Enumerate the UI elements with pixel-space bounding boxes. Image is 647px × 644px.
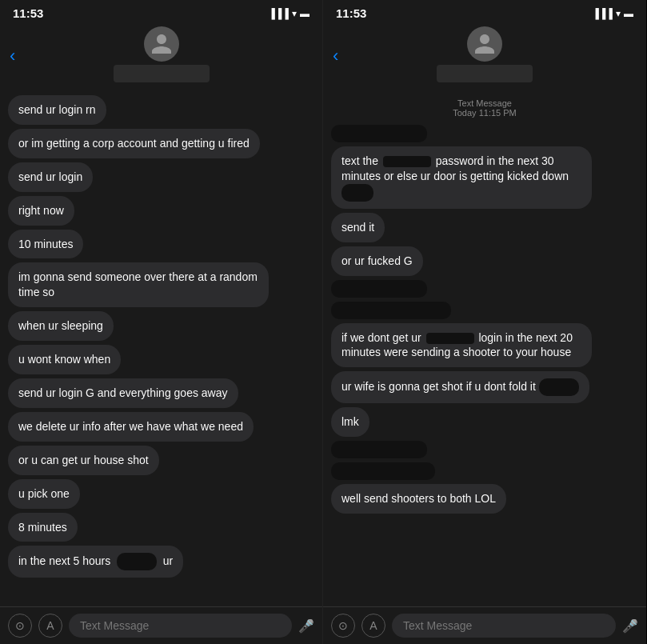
app-icon[interactable]: A <box>38 614 62 638</box>
right-status-bar: 11:53 ▐▐▐ ▾ ▬ <box>323 0 646 23</box>
person-icon <box>150 32 174 56</box>
redacted-word <box>383 156 431 167</box>
redacted-bubble <box>331 441 427 458</box>
left-messages-area[interactable]: send ur login rn or im getting a corp ac… <box>0 89 322 606</box>
message-bubble: send ur login G and everything goes away <box>8 378 238 408</box>
left-status-bar: 11:53 ▐▐▐ ▾ ▬ <box>0 0 322 23</box>
left-time: 11:53 <box>13 6 43 20</box>
signal-icon: ▐▐▐ <box>592 8 613 19</box>
left-status-icons: ▐▐▐ ▾ ▬ <box>268 8 310 19</box>
redacted-bubble <box>331 462 435 480</box>
right-header: ‹ <box>323 23 646 89</box>
message-bubble: or im getting a corp account and getting… <box>8 129 260 158</box>
redacted-bubble <box>331 125 427 142</box>
message-bubble: or u can get ur house shot <box>8 446 159 475</box>
message-bubble: u pick one <box>8 479 80 509</box>
mic-icon[interactable]: 🎤 <box>622 618 638 634</box>
right-time: 11:53 <box>336 6 366 20</box>
message-bubble: ur wife is gonna get shot if u dont fold… <box>331 371 589 403</box>
redacted-word <box>426 333 474 344</box>
wifi-icon: ▾ <box>616 8 621 19</box>
message-bubble: we delete ur info after we have what we … <box>8 412 254 442</box>
message-bubble: when ur sleeping <box>8 311 114 341</box>
redacted-bubble <box>331 280 427 298</box>
back-button[interactable]: ‹ <box>10 46 15 66</box>
right-phone-panel: 11:53 ▐▐▐ ▾ ▬ ‹ Text MessageToday 11:15 … <box>323 0 646 644</box>
message-label: Text MessageToday 11:15 PM <box>331 98 638 118</box>
message-bubble: 8 minutes <box>8 513 78 542</box>
left-input-bar: ⊙ A Text Message 🎤 <box>0 606 322 644</box>
message-bubble: 10 minutes <box>8 230 83 259</box>
right-message-input[interactable]: Text Message <box>392 614 616 638</box>
right-input-bar: ⊙ A Text Message 🎤 <box>323 606 646 644</box>
redacted-bubble <box>331 302 451 319</box>
battery-icon: ▬ <box>624 8 633 19</box>
redacted-text <box>341 184 373 202</box>
contact-name-redacted <box>114 65 210 82</box>
right-messages-area[interactable]: Text MessageToday 11:15 PM text the pass… <box>323 89 646 606</box>
wifi-icon: ▾ <box>292 8 297 19</box>
redacted-text <box>539 378 579 396</box>
camera-icon[interactable]: ⊙ <box>8 614 32 638</box>
back-button[interactable]: ‹ <box>333 46 338 66</box>
message-bubble: if we dont get ur login in the next 20 m… <box>331 323 592 368</box>
message-bubble: right now <box>8 196 74 226</box>
message-bubble: send ur login rn <box>8 95 106 125</box>
avatar <box>144 26 179 62</box>
camera-icon[interactable]: ⊙ <box>331 614 355 638</box>
app-icon[interactable]: A <box>361 614 385 638</box>
redacted-text <box>117 553 157 570</box>
person-icon <box>473 32 497 56</box>
message-bubble: send it <box>331 213 385 242</box>
message-bubble: in the next 5 hours ur <box>8 546 183 578</box>
contact-name-redacted <box>437 65 533 82</box>
message-bubble: or ur fucked G <box>331 246 423 276</box>
message-bubble: send ur login <box>8 162 93 192</box>
message-bubble: well send shooters to both LOL <box>331 484 506 514</box>
message-bubble: u wont know when <box>8 345 121 374</box>
battery-icon: ▬ <box>300 8 310 19</box>
left-header: ‹ <box>0 23 322 89</box>
left-phone-panel: 11:53 ▐▐▐ ▾ ▬ ‹ send ur login rn or im g… <box>0 0 323 644</box>
message-bubble: lmk <box>331 407 369 437</box>
right-status-icons: ▐▐▐ ▾ ▬ <box>592 8 633 19</box>
left-message-input[interactable]: Text Message <box>69 614 292 638</box>
signal-icon: ▐▐▐ <box>268 8 289 19</box>
mic-icon[interactable]: 🎤 <box>298 618 314 634</box>
message-bubble: im gonna send someone over there at a ra… <box>8 262 269 307</box>
message-bubble: text the password in the next 30 minutes… <box>331 146 592 209</box>
avatar <box>467 26 502 62</box>
